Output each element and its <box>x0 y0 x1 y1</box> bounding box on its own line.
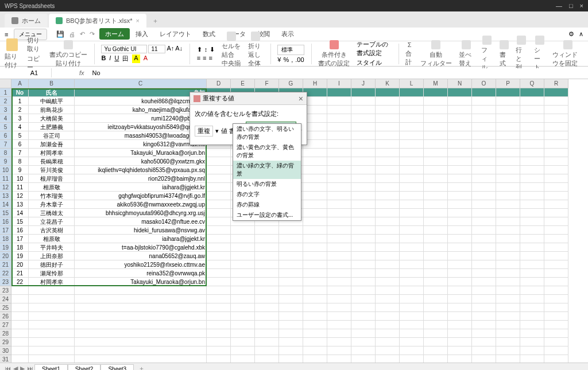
cell-N20[interactable] <box>448 252 472 260</box>
cell-F28[interactable] <box>255 329 279 338</box>
cell-P25[interactable] <box>496 303 520 312</box>
cell-F30[interactable] <box>255 346 279 355</box>
border-button[interactable]: 田 <box>122 54 129 63</box>
cell-K23[interactable] <box>376 286 400 295</box>
row-header-31[interactable]: 31 <box>0 355 11 363</box>
dropdown-option-2[interactable]: 濃い緑の文字、緑の背景 <box>233 161 301 179</box>
cell-Q17[interactable] <box>520 226 544 235</box>
cell-K16[interactable] <box>376 217 400 226</box>
ribbon-tab-1[interactable]: 挿入 <box>130 28 154 40</box>
dropdown-option-4[interactable]: 赤の文字 <box>233 189 301 200</box>
col-header-I[interactable]: I <box>327 79 351 88</box>
cell-J21[interactable] <box>351 260 376 269</box>
cell-Q20[interactable] <box>520 252 544 260</box>
cell-Q19[interactable] <box>520 243 544 252</box>
cell-K2[interactable] <box>376 97 400 106</box>
cell-L3[interactable] <box>400 106 424 114</box>
cell-I22[interactable] <box>327 269 351 278</box>
cell-L26[interactable] <box>400 312 424 321</box>
cell-C4[interactable]: rumi12240@pbhg.eq <box>75 114 207 123</box>
cell-R18[interactable] <box>544 235 568 243</box>
cell-A14[interactable]: 13 <box>11 200 29 209</box>
cell-R28[interactable] <box>544 329 568 338</box>
cell-M1[interactable] <box>424 88 448 97</box>
cell-R30[interactable] <box>544 346 568 355</box>
cell-B10[interactable]: 笹川英俊 <box>29 166 75 174</box>
last-sheet-icon[interactable]: ⏭ <box>27 365 33 370</box>
cell-N24[interactable] <box>448 295 472 303</box>
cell-Q28[interactable] <box>520 329 544 338</box>
row-header-11[interactable]: 11 <box>0 174 11 183</box>
row-header-19[interactable]: 19 <box>0 243 11 252</box>
fill-color-button[interactable]: A <box>132 54 140 63</box>
cell-D10[interactable] <box>207 166 231 174</box>
cell-K15[interactable] <box>376 209 400 217</box>
cell-E21[interactable] <box>231 260 255 269</box>
cell-M25[interactable] <box>424 303 448 312</box>
cell-N7[interactable] <box>448 140 472 149</box>
cell-O30[interactable] <box>472 346 496 355</box>
cell-O28[interactable] <box>472 329 496 338</box>
merge-icon[interactable] <box>227 32 236 41</box>
cell-G29[interactable] <box>279 338 303 346</box>
cell-G18[interactable] <box>279 235 303 243</box>
cell-L10[interactable] <box>400 166 424 174</box>
cell-H23[interactable] <box>303 278 327 286</box>
cell-D25[interactable] <box>207 303 231 312</box>
cell-I23[interactable] <box>327 278 351 286</box>
cell-K20[interactable] <box>376 252 400 260</box>
cell-R23[interactable] <box>544 286 568 295</box>
cell-D21[interactable] <box>207 260 231 269</box>
cell-B22[interactable]: 瀬尾怜那 <box>29 269 75 278</box>
cell-C18[interactable]: iaihara@jgjekt.kr <box>75 235 207 243</box>
cell-I16[interactable] <box>327 217 351 226</box>
cell-I30[interactable] <box>327 346 351 355</box>
cell-P12[interactable] <box>496 183 520 192</box>
cell-F17[interactable] <box>255 226 279 235</box>
sheet-tab-Sheet3[interactable]: Sheet3 <box>100 364 134 371</box>
col-header-R[interactable]: R <box>544 79 568 88</box>
cell-H12[interactable] <box>303 183 327 192</box>
cell-C1[interactable]: 参加 <box>75 88 207 97</box>
cell-J10[interactable] <box>351 166 376 174</box>
row-header-28[interactable]: 28 <box>0 329 11 338</box>
cell-P2[interactable] <box>496 97 520 106</box>
ribbon-tab-6[interactable]: 表示 <box>276 28 300 40</box>
col-header-Q[interactable]: Q <box>520 79 544 88</box>
redo-icon[interactable]: ↷ <box>90 30 95 38</box>
cell-N2[interactable] <box>448 97 472 106</box>
cell-H18[interactable] <box>303 235 327 243</box>
cell-J11[interactable] <box>351 174 376 183</box>
cell-H9[interactable] <box>303 157 327 166</box>
cell-I15[interactable] <box>327 209 351 217</box>
cell-P3[interactable] <box>496 106 520 114</box>
cell-Q2[interactable] <box>520 97 544 106</box>
cell-I21[interactable] <box>327 260 351 269</box>
cell-I2[interactable] <box>327 97 351 106</box>
cell-L27[interactable] <box>400 321 424 329</box>
cell-G17[interactable] <box>279 226 303 235</box>
cell-B9[interactable]: 長嶋果穂 <box>29 157 75 166</box>
cell-K22[interactable] <box>376 269 400 278</box>
row-header-5[interactable]: 5 <box>0 123 11 131</box>
minimize-icon[interactable]: — <box>556 2 562 9</box>
hamburger-icon[interactable]: ≡ <box>5 31 8 38</box>
cell-Q7[interactable] <box>520 140 544 149</box>
cell-L2[interactable] <box>400 97 424 106</box>
cell-Q13[interactable] <box>520 192 544 200</box>
cell-K30[interactable] <box>376 346 400 355</box>
cell-P20[interactable] <box>496 252 520 260</box>
cell-R29[interactable] <box>544 338 568 346</box>
cell-P1[interactable] <box>496 88 520 97</box>
cell-M24[interactable] <box>424 295 448 303</box>
cell-D15[interactable] <box>207 209 231 217</box>
cell-H17[interactable] <box>303 226 327 235</box>
cell-I31[interactable] <box>327 355 351 363</box>
cell-N11[interactable] <box>448 174 472 183</box>
dropdown-arrow-icon[interactable]: ▾ <box>215 127 219 135</box>
currency-icon[interactable]: ¥ <box>277 56 281 63</box>
cell-Q11[interactable] <box>520 174 544 183</box>
cell-P6[interactable] <box>496 131 520 140</box>
cell-D24[interactable] <box>207 295 231 303</box>
cell-Q23[interactable] <box>520 286 544 295</box>
